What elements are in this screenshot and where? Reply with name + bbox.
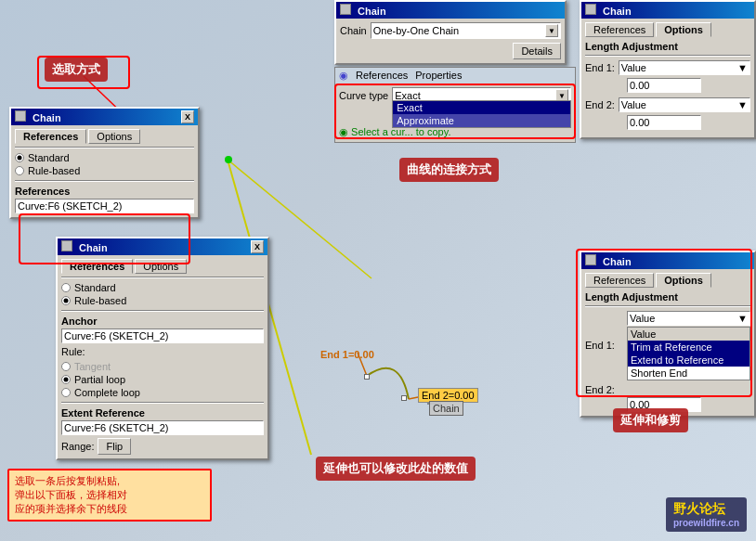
left-chain-1-titlebar: Chain X [11,109,198,125]
chain-type-dropdown[interactable]: One-by-One Chain ▼ [371,22,561,39]
curve-type-list[interactable]: Exact Approximate [392,100,571,128]
left-chain-1-tabs: References Options [15,129,194,144]
canvas-background: End 1=0.00 End 2=0.00 Chain Chain Chain … [0,0,756,541]
rule-radio-group: Tangent Partial loop Complete loop [61,361,264,398]
lower-dropdown-list[interactable]: Value Trim at Reference Extend to Refere… [627,327,750,380]
rule-based-radio-item-2[interactable]: Rule-based [61,295,264,306]
length-adj-label-lower: Length Adjustment [585,291,750,303]
chain1-icon [15,110,26,122]
length-adj-label: Length Adjustment [585,41,750,52]
partial-loop-radio-item[interactable]: Partial loop [61,374,264,385]
left-chain-dialog-2: Chain X References Options Standard Rule… [56,237,269,460]
left-chain-1-options-tab[interactable]: Options [88,129,140,144]
properties-panel: ◉ References Properties Curve type Exact… [334,67,576,143]
left-chain-2-tabs: References Options [61,259,264,274]
curve-connection-label: 曲线的连接方式 [399,158,499,182]
top-chain-content: Chain One-by-One Chain ▼ Details [336,19,565,63]
chain-icon [340,4,351,15]
right-lower-options-tab[interactable]: Options [656,273,711,288]
left-chain-1-content: References Options Standard Rule-based R… [11,125,198,217]
partial-loop-radio[interactable] [61,375,71,384]
svg-line-2 [358,353,367,376]
standard-radio-item[interactable]: Standard [15,152,194,163]
left-chain-dialog-1: Chain X References Options Standard Rule… [9,107,200,219]
watermark: 野火论坛 proewildfire.cn [666,497,747,532]
standard-radio[interactable] [15,153,24,162]
tangent-radio[interactable] [61,362,71,371]
right-upper-references-tab[interactable]: References [585,22,654,37]
properties-content: Curve type Exact ▼ Exact Approximate ◉ S… [335,84,575,142]
right-chain-upper-titlebar: Chain [581,2,754,19]
curve-approx-option[interactable]: Approximate [393,114,570,127]
standard-radio-item-2[interactable]: Standard [61,282,264,293]
lower-end2-row: End 2: [585,384,750,395]
properties-tab[interactable]: Properties [415,70,462,82]
details-button[interactable]: Details [513,43,561,59]
right-chain-upper: Chain References Options Length Adjustme… [580,0,756,139]
properties-tabs: ◉ References Properties [335,68,575,84]
end1-row: End 1: Value ▼ [585,59,750,76]
right-chain-lower-content: References Options Length Adjustment End… [581,269,754,416]
right-lower-references-tab[interactable]: References [585,273,654,288]
right-chain-upper-content: References Options Length Adjustment End… [581,19,754,137]
right-chain-upper-tabs: References Options [585,22,750,37]
anchor-input[interactable]: Curve:F6 (SKETCH_2) [61,328,264,343]
left-chain-2-references-tab[interactable]: References [61,259,133,274]
tangent-radio-item[interactable]: Tangent [61,361,264,372]
end2-value-dropdown[interactable]: Value ▼ [619,97,750,112]
chain-curve-label: Chain [429,401,463,416]
references-icon: ◉ [339,70,348,82]
rule-based-radio-item[interactable]: Rule-based [15,165,194,176]
complete-loop-radio[interactable] [61,388,71,397]
lower-end1-dropdown[interactable]: Value ▼ [627,311,750,326]
right-chain-lower-titlebar: Chain [581,252,754,269]
trim-option[interactable]: Trim at Reference [628,341,749,354]
left-chain-2-close[interactable]: X [251,240,264,253]
right-upper-options-tab[interactable]: Options [656,22,711,37]
rule-based-radio[interactable] [15,166,24,175]
selection-mode-label: 选取方式 [45,58,108,82]
rule-label: Rule: [61,346,264,357]
curve-exact-option[interactable]: Exact [393,101,570,114]
end1-value-dropdown[interactable]: Value ▼ [619,60,750,75]
left-chain-2-content: References Options Standard Rule-based A… [58,255,267,458]
lower-end2-value[interactable]: 0.00 [627,397,701,412]
left-chain-2-options-tab[interactable]: Options [135,259,187,274]
left-chain-1-close[interactable]: X [181,110,194,123]
top-chain-dialog: Chain Chain One-by-One Chain ▼ Details [334,0,567,65]
standard-radio-2[interactable] [61,283,71,292]
green-dot [225,156,232,163]
shorten-option[interactable]: Shorten End [628,367,749,380]
complete-loop-radio-item[interactable]: Complete loop [61,387,264,398]
lower-end1-row: End 1: Value ▼ Value Trim at Reference E… [585,310,750,380]
extent-label: Extent Reference [61,407,264,419]
extend-option[interactable]: Extend to Reference [628,354,749,367]
left-chain-2-titlebar: Chain X [58,238,267,255]
end1-value-input[interactable]: 0.00 [627,78,701,93]
flip-button[interactable]: Flip [98,438,131,455]
info-box: 选取一条后按复制粘贴, 弹出以下面板，选择相对 应的项并选择余下的线段 [7,469,212,522]
value-option[interactable]: Value [628,328,749,341]
extend-value-label: 延伸也可以修改此处的数值 [316,457,476,481]
left-chain-1-references-tab[interactable]: References [15,129,86,144]
rule-based-radio-2[interactable] [61,296,71,305]
curve-reference-input[interactable]: Curve:F6 (SKETCH_2) [15,199,194,213]
curve-handle-2[interactable] [401,395,407,401]
top-chain-titlebar: Chain [336,2,565,19]
anchor-label: Anchor [61,316,264,327]
chain4-icon [585,254,596,265]
references-section-label: References [15,186,194,197]
curve-handle-1[interactable] [364,374,370,380]
left-chain-1-radio-group: Standard Rule-based [15,152,194,176]
references-tab[interactable]: References [356,70,408,82]
right-chain-lower-tabs: References Options [585,273,750,288]
extent-input[interactable]: Curve:F6 (SKETCH_2) [61,420,264,435]
chain2-icon [61,240,72,251]
right-chain-lower: Chain References Options Length Adjustme… [580,251,756,418]
selection-mode-box [37,56,130,89]
left-chain-2-radio-group: Standard Rule-based [61,282,264,306]
end2-row: End 2: Value ▼ [585,97,750,113]
chain-type-arrow[interactable]: ▼ [545,24,558,37]
chain3-icon [585,4,596,15]
end2-value-input[interactable]: 0.00 [627,115,701,130]
